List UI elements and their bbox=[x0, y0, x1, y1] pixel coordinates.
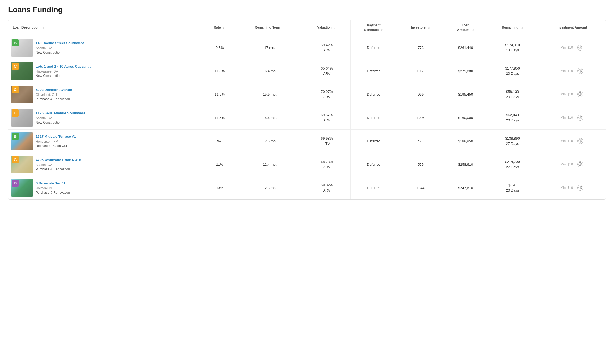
valuation-pct: 68.02% bbox=[321, 183, 333, 188]
loan-badge: C bbox=[12, 156, 19, 163]
info-button[interactable]: ⓘ bbox=[577, 161, 583, 167]
col-payment-schedule: PaymentSchedule ↓↑ bbox=[350, 20, 397, 36]
loan-cell: C 4795 Woodvale Drive NW #1 Atlanta, GA … bbox=[11, 156, 200, 173]
remaining-term-cell: 12.6 mo. bbox=[236, 129, 303, 153]
table-row: C 4795 Woodvale Drive NW #1 Atlanta, GA … bbox=[8, 153, 606, 176]
loan-type: New Construction bbox=[36, 51, 84, 54]
loan-name[interactable]: 4795 Woodvale Drive NW #1 bbox=[36, 158, 83, 162]
info-button[interactable]: ⓘ bbox=[577, 45, 583, 51]
loan-name[interactable]: 140 Racine Street Southwest bbox=[36, 41, 84, 46]
loan-description-cell: B 140 Racine Street Southwest Atlanta, G… bbox=[8, 36, 203, 59]
investment-amount-cell: Min: $10 ⓘ bbox=[538, 153, 606, 176]
loan-type: Purchase & Renovation bbox=[36, 97, 72, 101]
payment-schedule-cell: Deferred bbox=[350, 83, 397, 106]
col-remaining: Remaining ↓↑ bbox=[487, 20, 538, 36]
payment-schedule-cell: Deferred bbox=[350, 36, 397, 59]
min-label: Min: $10 bbox=[560, 69, 573, 73]
investment-cell: Min: $10 ⓘ bbox=[541, 138, 603, 144]
remaining-amount: $620 bbox=[508, 183, 516, 188]
info-button[interactable]: ⓘ bbox=[577, 185, 583, 191]
col-loan-amount: LoanAmount ↓↑ bbox=[444, 20, 487, 36]
loan-description-cell: B 2217 Midvale Terrace #1 Henderson, NV … bbox=[8, 129, 203, 153]
table-row: C Lots 1 and 2 - 10 Acres Caesar ... Hia… bbox=[8, 59, 606, 83]
min-label: Min: $10 bbox=[560, 116, 573, 120]
investment-cell: Min: $10 ⓘ bbox=[541, 185, 603, 191]
valuation-cell: 68.02% ARV bbox=[303, 176, 351, 199]
loan-amount-cell: $188,950 bbox=[444, 129, 487, 153]
info-button[interactable]: ⓘ bbox=[577, 91, 583, 97]
loan-location: Holmdel, NJ bbox=[36, 186, 70, 190]
investment-amount-cell: Min: $10 ⓘ bbox=[538, 83, 606, 106]
table-row: C 1125 Sells Avenue Southwest ... Atlant… bbox=[8, 106, 606, 129]
loan-description-cell: C 5902 Denison Avenue Cleveland, OH Purc… bbox=[8, 83, 203, 106]
valuation-cell: 59.42% ARV bbox=[303, 36, 351, 59]
valuation-block: 70.97% ARV bbox=[306, 89, 348, 100]
remaining-block: $138,890 27 Days bbox=[490, 136, 535, 146]
loan-amount-cell: $247,610 bbox=[444, 176, 487, 199]
remaining-days: 13 Days bbox=[506, 48, 519, 53]
info-button[interactable]: ⓘ bbox=[577, 68, 583, 74]
sort-icon-loan-amount[interactable]: ↓↑ bbox=[471, 28, 474, 32]
loan-info: 140 Racine Street Southwest Atlanta, GA … bbox=[36, 41, 84, 54]
loan-cell: D 6 Rosedale Ter #1 Holmdel, NJ Purchase… bbox=[11, 179, 200, 197]
loan-name[interactable]: 5902 Denison Avenue bbox=[36, 88, 72, 92]
remaining-cell: $177,950 20 Days bbox=[487, 59, 538, 83]
loan-cell: B 140 Racine Street Southwest Atlanta, G… bbox=[11, 39, 200, 57]
investment-amount-cell: Min: $10 ⓘ bbox=[538, 36, 606, 59]
remaining-block: $62,040 20 Days bbox=[490, 112, 535, 123]
col-valuation: Valuation ↓↑ bbox=[303, 20, 351, 36]
remaining-cell: $58,130 20 Days bbox=[487, 83, 538, 106]
loan-description-cell: C Lots 1 and 2 - 10 Acres Caesar ... Hia… bbox=[8, 59, 203, 83]
remaining-block: $177,950 20 Days bbox=[490, 66, 535, 76]
remaining-block: $58,130 20 Days bbox=[490, 89, 535, 100]
remaining-amount: $174,910 bbox=[505, 42, 520, 48]
table-header-row: Loan Description ↓↑ Rate ↓↑ Remaining Te… bbox=[8, 20, 606, 36]
valuation-block: 68.78% ARV bbox=[306, 159, 348, 170]
loan-name[interactable]: 2217 Midvale Terrace #1 bbox=[36, 134, 76, 139]
sort-icon-remaining-term[interactable]: ↑↓ bbox=[282, 26, 285, 30]
remaining-days: 20 Days bbox=[506, 118, 519, 123]
sort-icon-valuation[interactable]: ↓↑ bbox=[334, 26, 336, 30]
investment-amount-cell: Min: $10 ⓘ bbox=[538, 176, 606, 199]
min-label: Min: $10 bbox=[560, 186, 573, 190]
remaining-days: 20 Days bbox=[506, 188, 519, 193]
min-label: Min: $10 bbox=[560, 92, 573, 96]
remaining-term-cell: 16.4 mo. bbox=[236, 59, 303, 83]
loan-amount-cell: $261,440 bbox=[444, 36, 487, 59]
remaining-amount: $138,890 bbox=[505, 136, 520, 141]
remaining-amount: $214,700 bbox=[505, 159, 520, 165]
sort-icon-remaining[interactable]: ↓↑ bbox=[520, 26, 523, 30]
rate-cell: 13% bbox=[203, 176, 236, 199]
loan-name[interactable]: Lots 1 and 2 - 10 Acres Caesar ... bbox=[36, 64, 91, 69]
col-remaining-term: Remaining Term ↑↓ bbox=[236, 20, 303, 36]
investment-cell: Min: $10 ⓘ bbox=[541, 161, 603, 167]
min-label: Min: $10 bbox=[560, 139, 573, 143]
page-title: Loans Funding bbox=[8, 5, 606, 14]
info-button[interactable]: ⓘ bbox=[577, 115, 583, 121]
investors-cell: 1096 bbox=[397, 106, 444, 129]
info-button[interactable]: ⓘ bbox=[577, 138, 583, 144]
table-row: D 6 Rosedale Ter #1 Holmdel, NJ Purchase… bbox=[8, 176, 606, 199]
loan-name[interactable]: 6 Rosedale Ter #1 bbox=[36, 181, 70, 186]
loan-type: Refinance - Cash Out bbox=[36, 144, 76, 148]
valuation-pct: 70.97% bbox=[321, 89, 333, 95]
loan-badge: C bbox=[12, 63, 19, 70]
loan-cell: C 5902 Denison Avenue Cleveland, OH Purc… bbox=[11, 86, 200, 103]
sort-icon-investors[interactable]: ↓↑ bbox=[427, 26, 430, 30]
loan-type: Purchase & Renovation bbox=[36, 191, 70, 194]
loan-amount-cell: $279,880 bbox=[444, 59, 487, 83]
loan-name[interactable]: 1125 Sells Avenue Southwest ... bbox=[36, 111, 89, 116]
loan-image: B bbox=[11, 39, 33, 57]
col-loan-description: Loan Description ↓↑ bbox=[8, 20, 203, 36]
loan-image: C bbox=[11, 109, 33, 127]
remaining-cell: $138,890 27 Days bbox=[487, 129, 538, 153]
remaining-cell: $620 20 Days bbox=[487, 176, 538, 199]
loan-location: Atlanta, GA bbox=[36, 46, 84, 50]
sort-icon-payment-schedule[interactable]: ↓↑ bbox=[381, 28, 383, 32]
remaining-cell: $174,910 13 Days bbox=[487, 36, 538, 59]
sort-icon-rate[interactable]: ↓↑ bbox=[223, 26, 225, 30]
investors-cell: 555 bbox=[397, 153, 444, 176]
sort-icon-loan-description[interactable]: ↓↑ bbox=[41, 26, 44, 30]
table-row: B 2217 Midvale Terrace #1 Henderson, NV … bbox=[8, 129, 606, 153]
loan-image: D bbox=[11, 179, 33, 197]
